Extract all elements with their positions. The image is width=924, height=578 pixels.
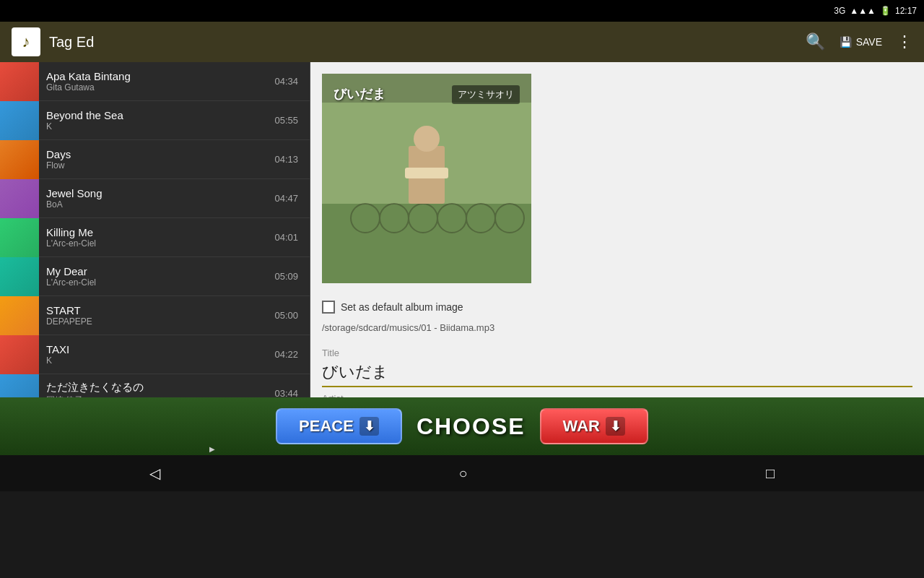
song-duration: 04:13 xyxy=(274,154,298,165)
home-button[interactable]: ○ xyxy=(458,465,467,482)
list-item[interactable]: Jewel Song BoA 04:47 xyxy=(0,179,310,218)
list-item[interactable]: TAXI K 04:22 xyxy=(0,335,310,374)
song-duration: 04:01 xyxy=(274,232,298,243)
song-artist: DEPAPEPE xyxy=(46,316,267,327)
song-duration: 05:00 xyxy=(274,310,298,321)
song-title: Jewel Song xyxy=(46,187,267,199)
app-bar: ♪ Tag Ed 🔍 💾 SAVE ⋮ xyxy=(0,22,924,62)
song-thumbnail xyxy=(0,62,39,101)
back-button[interactable]: ◁ xyxy=(149,465,160,482)
default-image-checkbox[interactable] xyxy=(322,301,335,314)
song-artist: Flow xyxy=(46,160,267,171)
file-path: /storage/sdcard/musics/01 - Biidama.mp3 xyxy=(310,319,924,342)
war-label: WAR xyxy=(563,417,600,436)
song-artist: K xyxy=(46,121,267,131)
save-icon: 💾 xyxy=(840,36,852,48)
song-list: Apa Kata Bintang Gita Gutawa 04:34 Beyon… xyxy=(0,62,310,397)
song-info: Days Flow xyxy=(39,145,274,173)
recents-button[interactable]: □ xyxy=(766,465,775,482)
song-artist: Gita Gutawa xyxy=(46,82,267,92)
list-item[interactable]: Killing Me L'Arc-en-Ciel 04:01 xyxy=(0,218,310,257)
song-title: Killing Me xyxy=(46,226,267,238)
song-info: Jewel Song BoA xyxy=(39,184,274,212)
app-icon: ♪ xyxy=(12,27,40,56)
song-duration: 05:09 xyxy=(274,271,298,282)
default-image-row: Set as default album image xyxy=(310,295,924,319)
song-info: Beyond the Sea K xyxy=(39,106,274,134)
song-thumbnail xyxy=(0,257,39,296)
list-item[interactable]: My Dear L'Arc-en-Ciel 05:09 xyxy=(0,257,310,296)
battery-icon: 🔋 xyxy=(880,6,891,16)
title-label: Title xyxy=(322,348,912,358)
song-thumbnail xyxy=(0,218,39,257)
overflow-menu-icon[interactable]: ⋮ xyxy=(897,33,912,51)
song-thumbnail xyxy=(0,101,39,140)
nav-bar: ◁ ○ □ xyxy=(0,455,924,491)
song-duration: 03:44 xyxy=(274,388,298,397)
song-title: Beyond the Sea xyxy=(46,109,267,121)
time-display: 12:17 xyxy=(895,6,917,16)
song-info: TAXI K xyxy=(39,340,274,368)
war-button[interactable]: WAR ⬇ xyxy=(540,408,648,444)
title-field-section: Title xyxy=(310,342,924,387)
app-title: Tag Ed xyxy=(49,34,797,51)
song-info: Killing Me L'Arc-en-Ciel xyxy=(39,223,274,251)
ad-small-label: ▶ xyxy=(209,445,215,453)
song-artist: L'Arc-en-Ciel xyxy=(46,238,267,249)
peace-label: PEACE xyxy=(299,417,354,436)
svg-rect-10 xyxy=(405,168,448,178)
search-icon[interactable]: 🔍 xyxy=(806,33,825,51)
list-item[interactable]: ただ泣きたくなるの 岡崎 律子 03:44 xyxy=(0,374,310,397)
song-title: ただ泣きたくなるの xyxy=(46,381,267,394)
song-artist: L'Arc-en-Ciel xyxy=(46,277,267,288)
song-info: ただ泣きたくなるの 岡崎 律子 xyxy=(39,378,274,398)
song-duration: 04:34 xyxy=(274,76,298,87)
peace-button[interactable]: PEACE ⬇ xyxy=(276,408,402,444)
music-icon: ♪ xyxy=(22,33,30,51)
song-duration: 05:55 xyxy=(274,115,298,126)
peace-download-icon: ⬇ xyxy=(359,417,379,436)
song-thumbnail xyxy=(0,140,39,179)
album-artist-overlay: アツミサオリ xyxy=(452,85,520,104)
artist-field-section: Artist xyxy=(310,387,924,397)
list-item[interactable]: Beyond the Sea K 05:55 xyxy=(0,101,310,140)
editor-panel: びいだま アツミサオリ Set as default album image /… xyxy=(310,62,924,397)
song-duration: 04:22 xyxy=(274,349,298,360)
list-item[interactable]: Apa Kata Bintang Gita Gutawa 04:34 xyxy=(0,62,310,101)
song-info: START DEPAPEPE xyxy=(39,301,274,329)
song-info: Apa Kata Bintang Gita Gutawa xyxy=(39,67,274,95)
song-title: TAXI xyxy=(46,343,267,355)
signal-icon: 3G xyxy=(834,6,845,16)
main-content: Apa Kata Bintang Gita Gutawa 04:34 Beyon… xyxy=(0,62,924,397)
song-thumbnail xyxy=(0,374,39,398)
list-item[interactable]: START DEPAPEPE 05:00 xyxy=(0,296,310,335)
song-info: My Dear L'Arc-en-Ciel xyxy=(39,262,274,290)
song-title: Days xyxy=(46,148,267,160)
song-thumbnail xyxy=(0,335,39,374)
choose-label: CHOOSE xyxy=(417,413,526,440)
default-image-label: Set as default album image xyxy=(341,301,463,313)
title-input[interactable] xyxy=(322,360,912,387)
album-art-section: びいだま アツミサオリ xyxy=(310,62,924,295)
song-title: START xyxy=(46,304,267,316)
war-download-icon: ⬇ xyxy=(606,417,625,436)
save-button[interactable]: 💾 SAVE xyxy=(840,36,882,48)
wifi-icon: ▲▲▲ xyxy=(850,6,876,16)
status-bar: 3G ▲▲▲ 🔋 12:17 xyxy=(0,0,924,22)
album-art-title-overlay: びいだま xyxy=(334,85,385,103)
svg-rect-1 xyxy=(322,204,531,283)
ad-banner: PEACE ⬇ CHOOSE WAR ⬇ ▶ xyxy=(0,397,924,455)
album-art-image[interactable]: びいだま アツミサオリ xyxy=(322,74,531,283)
list-item[interactable]: Days Flow 04:13 xyxy=(0,140,310,179)
song-duration: 04:47 xyxy=(274,193,298,204)
song-title: My Dear xyxy=(46,265,267,277)
song-artist: K xyxy=(46,355,267,366)
song-artist: BoA xyxy=(46,199,267,210)
svg-point-9 xyxy=(414,126,440,152)
action-icons: 🔍 💾 SAVE ⋮ xyxy=(806,33,912,51)
song-title: Apa Kata Bintang xyxy=(46,70,267,82)
song-thumbnail xyxy=(0,296,39,335)
song-thumbnail xyxy=(0,179,39,218)
